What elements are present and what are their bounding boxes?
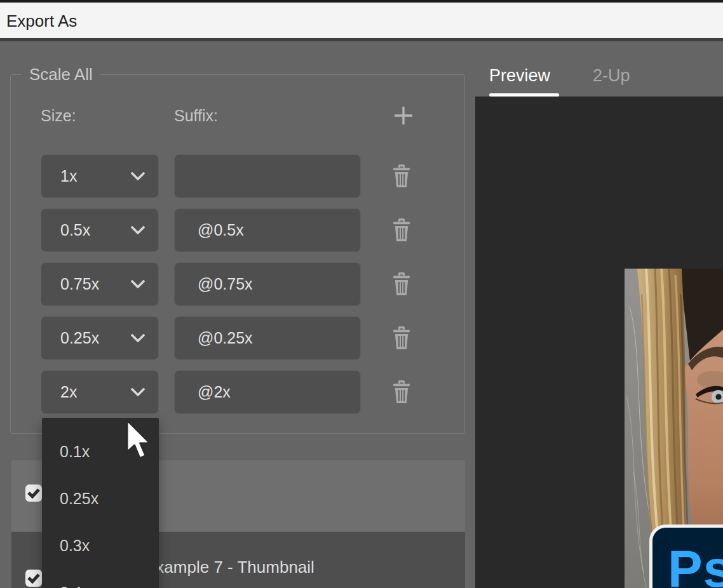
size-select-value: 0.5x	[60, 209, 90, 251]
size-select[interactable]: 1x	[41, 154, 159, 198]
trash-icon	[391, 218, 412, 242]
add-scale-button[interactable]	[391, 103, 416, 128]
suffix-input[interactable]	[175, 209, 360, 251]
delete-scale-button[interactable]	[391, 164, 414, 189]
size-select-value: 1x	[60, 155, 77, 197]
titlebar-divider	[0, 38, 723, 41]
chevron-down-icon	[130, 388, 145, 397]
suffix-input[interactable]	[175, 317, 360, 359]
trash-icon	[391, 326, 412, 350]
suffix-field-wrap	[174, 370, 361, 414]
size-column-label: Size:	[41, 107, 76, 125]
size-select-value: 0.25x	[60, 317, 99, 359]
check-icon	[26, 486, 41, 501]
chevron-down-icon	[130, 172, 145, 181]
size-option[interactable]: 0.3x	[42, 522, 159, 569]
size-select-value: 0.75x	[60, 263, 99, 305]
preview-tabbar: Preview 2-Up	[475, 61, 723, 97]
scale-all-legend: Scale All	[22, 65, 100, 83]
trash-icon	[391, 164, 412, 188]
item-checkbox[interactable]	[25, 570, 42, 587]
suffix-input[interactable]	[175, 263, 360, 305]
size-select[interactable]: 0.5x	[41, 208, 159, 252]
suffix-field-wrap	[174, 316, 361, 360]
trash-icon	[391, 272, 412, 296]
delete-scale-button[interactable]	[391, 326, 414, 351]
tab-preview[interactable]: Preview	[489, 66, 550, 86]
size-option[interactable]: 0.4x	[42, 569, 159, 588]
chevron-down-icon	[130, 226, 145, 235]
trash-icon	[391, 380, 412, 404]
suffix-field-wrap	[174, 154, 361, 198]
check-icon	[26, 571, 41, 586]
tab-2up[interactable]: 2-Up	[593, 66, 630, 86]
photoshop-logo-text: Ps	[668, 539, 723, 588]
suffix-field-wrap	[174, 208, 361, 252]
chevron-down-icon	[130, 334, 145, 343]
chevron-down-icon	[130, 280, 145, 289]
plus-icon	[391, 103, 416, 128]
preview-panel: Ps	[475, 97, 723, 588]
size-select[interactable]: 2x	[41, 370, 159, 414]
size-select[interactable]: 0.25x	[41, 316, 159, 360]
suffix-input[interactable]	[175, 371, 360, 413]
suffix-input[interactable]	[175, 155, 360, 197]
photoshop-logo: Ps	[649, 525, 723, 588]
item-name: Example 7 - Thumbnail	[145, 558, 314, 577]
delete-scale-button[interactable]	[391, 272, 414, 297]
suffix-column-label: Suffix:	[174, 107, 218, 125]
dialog-titlebar: Export As	[0, 3, 723, 38]
delete-scale-button[interactable]	[391, 380, 414, 405]
dialog-title: Export As	[6, 11, 77, 31]
mouse-cursor-icon	[125, 419, 153, 461]
size-option[interactable]: 0.25x	[42, 475, 159, 522]
delete-scale-button[interactable]	[391, 218, 414, 243]
item-checkbox[interactable]	[25, 484, 42, 502]
size-select[interactable]: 0.75x	[41, 262, 159, 306]
size-select-value: 2x	[60, 371, 77, 413]
suffix-field-wrap	[174, 262, 361, 306]
